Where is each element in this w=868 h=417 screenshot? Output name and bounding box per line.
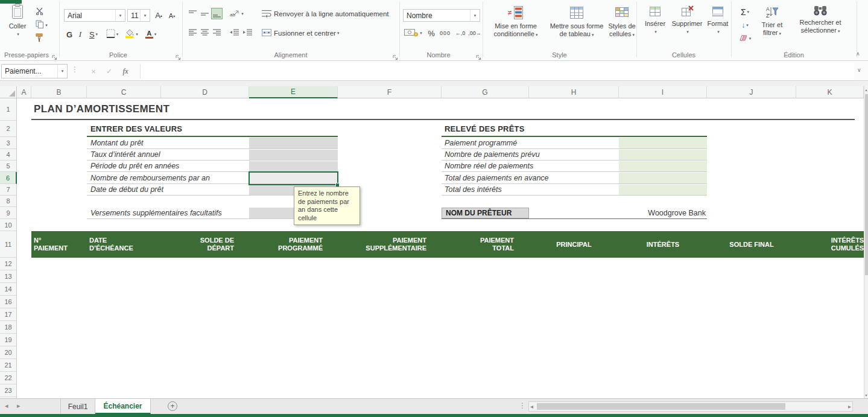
row-header-16[interactable]: 16 (0, 296, 17, 308)
align-left-button[interactable] (187, 27, 198, 38)
sort-filter-button[interactable]: AZ Trier et filtrer▾ (756, 5, 788, 37)
column-header-J[interactable]: J (707, 86, 796, 98)
table-header-cell[interactable]: DATE D’ÉCHÉANCE (87, 231, 161, 258)
input-label-cell[interactable]: Taux d’intérêt annuel (90, 149, 160, 161)
input-label-cell[interactable]: Période du prêt en années (90, 161, 179, 172)
orientation-button[interactable]: ab ▾ (227, 8, 246, 19)
accounting-format-button[interactable]: ▾ (403, 27, 423, 39)
column-header-E[interactable]: E (249, 86, 338, 98)
table-header-cell[interactable]: SOLDE DE DÉPART (161, 231, 249, 258)
loan-summary-header[interactable]: RELEVÉ DES PRÊTS (445, 124, 525, 133)
alignment-dialog-launcher[interactable] (393, 52, 399, 58)
percent-style-button[interactable]: % (426, 27, 437, 39)
wrap-text-button[interactable]: Renvoyer à la ligne automatiquement (262, 8, 389, 20)
summary-value-cell[interactable] (619, 138, 707, 148)
row-header-23[interactable]: 23 (0, 384, 17, 397)
vertical-scrollbar-thumb[interactable] (865, 94, 868, 275)
name-box-splitter[interactable]: ⋮ (71, 65, 78, 74)
table-header-cell[interactable]: INTÉRÊTS (619, 231, 707, 258)
align-right-button[interactable] (211, 27, 223, 38)
row-header-21[interactable]: 21 (0, 359, 17, 372)
font-color-button[interactable]: A ▾ (142, 28, 159, 40)
tab-scroll-left-icon[interactable]: ◂ (5, 402, 8, 410)
clear-button[interactable]: ▾ (736, 33, 754, 44)
collapse-ribbon-button[interactable]: ∧ (856, 51, 860, 57)
horizontal-scrollbar-thumb[interactable] (537, 403, 785, 410)
input-label-cell[interactable]: Montant du prêt (90, 137, 144, 149)
row-header-8[interactable]: 8 (0, 196, 17, 207)
summary-value-cell[interactable] (619, 150, 707, 160)
row-header-19[interactable]: 19 (0, 334, 17, 346)
row-header-7[interactable]: 7 (0, 184, 17, 196)
tab-echeancier-active[interactable]: Échéancier (95, 399, 151, 414)
enter-values-header[interactable]: ENTRER DES VALEURS (90, 124, 182, 133)
lender-name-label-cell[interactable]: NOM DU PRÊTEUR (442, 208, 529, 218)
row-header-22[interactable]: 22 (0, 372, 17, 384)
comma-style-button[interactable]: 000 (438, 27, 452, 39)
tab-scroll-right-icon[interactable]: ▸ (17, 402, 21, 410)
format-cells-button[interactable]: Format ▾ (706, 5, 730, 36)
row-header-20[interactable]: 20 (0, 346, 17, 359)
column-header-H[interactable]: H (529, 86, 619, 98)
font-size-select[interactable]: 11 ▾ (127, 9, 150, 22)
column-header-I[interactable]: I (619, 86, 707, 98)
row-header-10[interactable]: 10 (0, 219, 17, 231)
fill-color-button[interactable]: ▾ (123, 28, 140, 40)
enter-icon[interactable]: ✓ (103, 65, 116, 78)
row-header-3[interactable]: 3 (0, 137, 17, 149)
summary-value-cell[interactable] (619, 173, 707, 183)
add-sheet-button[interactable]: + (168, 401, 177, 411)
row-header-4[interactable]: 4 (0, 149, 17, 161)
align-top-button[interactable] (187, 8, 198, 19)
row-header-6[interactable]: 6 (0, 172, 17, 184)
column-header-G[interactable]: G (442, 86, 529, 98)
page-title[interactable]: PLAN D’AMORTISSEMENT (34, 103, 169, 115)
summary-label-cell[interactable]: Paiement programmé (445, 137, 517, 149)
scroll-right-icon[interactable]: ▸ (848, 403, 851, 410)
borders-button[interactable]: ▾ (104, 28, 121, 40)
copy-button[interactable]: ▾ (33, 20, 51, 31)
input-label-cell[interactable]: Date de début du prêt (90, 184, 163, 196)
input-value-cell[interactable] (249, 138, 338, 148)
row-header-17[interactable]: 17 (0, 308, 17, 321)
find-select-button[interactable]: Rechercher et sélectionner▾ (789, 5, 852, 35)
selected-cell-border[interactable] (249, 171, 338, 185)
number-format-select[interactable]: Nombre ▾ (403, 9, 480, 22)
tabbar-splitter[interactable]: ⋮ (519, 401, 526, 410)
conditional-formatting-button[interactable]: ≠ Mise en forme conditionnelle▾ (487, 5, 544, 39)
row-header-12[interactable]: 12 (0, 258, 17, 270)
decrease-font-size-button[interactable]: A▾ (166, 10, 178, 21)
input-value-cell[interactable] (249, 161, 338, 171)
delete-cells-button[interactable]: Supprimer ▾ (671, 5, 703, 36)
autosum-button[interactable]: Σ ▾ (736, 7, 754, 18)
name-box[interactable]: Paiement... ▾ (1, 64, 68, 78)
row-header-18[interactable]: 18 (0, 321, 17, 334)
table-header-cell[interactable]: PAIEMENT PROGRAMMÉ (249, 231, 338, 258)
select-all-corner[interactable] (0, 86, 17, 98)
row-header-14[interactable]: 14 (0, 283, 17, 296)
font-name-select[interactable]: Arial ▾ (64, 9, 125, 22)
cancel-icon[interactable]: × (87, 65, 100, 78)
scroll-up-icon[interactable]: ▴ (864, 88, 868, 92)
table-header-cell[interactable]: PRINCIPAL (529, 231, 619, 258)
column-header-D[interactable]: D (161, 86, 249, 98)
underline-button[interactable]: S ▾ (86, 28, 101, 40)
increase-indent-button[interactable] (241, 27, 253, 38)
cut-button[interactable] (33, 7, 46, 18)
decrease-decimal-button[interactable]: ,00→ (468, 27, 481, 39)
row-header-1[interactable]: 1 (0, 98, 17, 121)
expand-formula-bar-icon[interactable]: ∨ (857, 67, 861, 73)
table-header-cell[interactable]: N° PAIEMENT (31, 231, 87, 258)
row-header-11[interactable]: 11 (0, 231, 17, 258)
lender-name-value-cell[interactable]: Woodgrove Bank (603, 208, 706, 218)
align-bottom-button[interactable] (211, 8, 223, 19)
column-header-C[interactable]: C (87, 86, 161, 98)
scroll-down-icon[interactable]: ▾ (864, 393, 868, 397)
align-middle-button[interactable] (199, 8, 211, 19)
tab-feuil1[interactable]: Feuil1 (60, 399, 95, 414)
row-header-5[interactable]: 5 (0, 161, 17, 172)
insert-cells-button[interactable]: Insérer ▾ (641, 5, 670, 36)
input-value-cell[interactable] (249, 150, 338, 160)
summary-label-cell[interactable]: Total des intérêts (445, 184, 502, 196)
format-as-table-button[interactable]: Mettre sous forme de tableau▾ (546, 5, 607, 39)
